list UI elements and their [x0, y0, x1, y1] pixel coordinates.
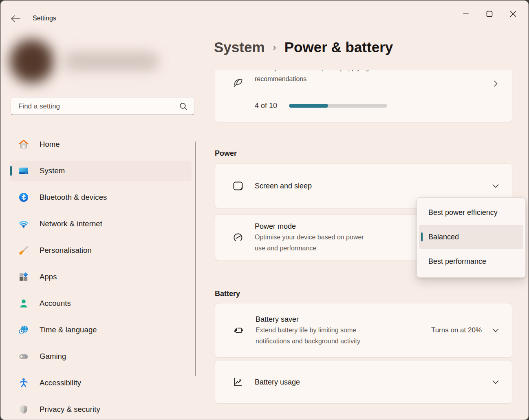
sidebar-item-time-language[interactable]: Time & language: [10, 320, 192, 340]
dropdown-option-best-power-efficiency[interactable]: Best power efficiency: [419, 200, 523, 225]
chevron-down-icon[interactable]: [491, 377, 500, 387]
settings-window: Settings: [0, 0, 529, 420]
screen-sleep-label: Screen and sleep: [255, 181, 312, 191]
privacy-security-icon: [18, 404, 29, 415]
minimize-icon: [461, 9, 471, 19]
energy-text-line2: recommendations: [255, 73, 387, 84]
section-header-battery: Battery: [215, 289, 512, 298]
accounts-icon: [18, 298, 29, 309]
sidebar-item-label: Accessibility: [40, 378, 81, 387]
progress-bar: [289, 104, 387, 108]
sidebar-item-label: Time & language: [40, 325, 97, 334]
avatar: [10, 39, 54, 83]
network-icon: [18, 219, 29, 229]
gaming-icon: [18, 351, 29, 362]
power-mode-icon: [232, 232, 244, 243]
back-button[interactable]: [10, 13, 23, 24]
battery-saver-icon: [232, 324, 245, 336]
sidebar-item-label: Bluetooth & devices: [40, 193, 107, 202]
sidebar-item-label: Network & internet: [40, 219, 102, 228]
user-email-redacted: [69, 55, 159, 68]
battery-usage-card[interactable]: Battery usage: [215, 360, 512, 404]
system-icon: [18, 166, 29, 176]
sidebar-nav: Home System: [10, 134, 192, 420]
page-title: Power & battery: [284, 39, 393, 55]
sidebar-item-label: Accounts: [40, 299, 71, 308]
battery-usage-label: Battery usage: [255, 377, 300, 387]
battery-usage-icon: [232, 376, 244, 388]
battery-saver-card[interactable]: Battery saver Extend battery life by lim…: [215, 303, 512, 358]
dropdown-option-balanced[interactable]: Balanced: [419, 225, 523, 249]
user-profile[interactable]: [8, 38, 159, 86]
close-button[interactable]: [501, 6, 525, 22]
progress-count: 4 of 10: [255, 102, 289, 110]
section-header-power: Power: [215, 148, 512, 158]
breadcrumb-parent[interactable]: System: [214, 39, 265, 55]
sidebar-item-home[interactable]: Home: [10, 134, 192, 155]
maximize-icon: [485, 9, 494, 19]
maximize-button[interactable]: [478, 6, 501, 22]
chevron-down-icon[interactable]: [491, 181, 500, 191]
power-mode-description: Optimise your device based on power use …: [255, 232, 364, 254]
battery-saver-description: Extend battery life by limiting some not…: [256, 325, 360, 347]
chevron-down-icon[interactable]: [491, 325, 500, 335]
sidebar-item-label: Home: [40, 140, 60, 149]
accessibility-icon: [18, 378, 29, 388]
back-arrow-icon: [10, 14, 23, 24]
sidebar-item-label: Personalisation: [40, 246, 92, 255]
energy-recommendations-card[interactable]: Lower your carbon footprint by applying …: [215, 70, 512, 122]
search-box: [11, 97, 194, 115]
sidebar-item-apps[interactable]: Apps: [10, 267, 192, 287]
sidebar-item-personalisation[interactable]: Personalisation: [10, 240, 192, 261]
sidebar-item-bluetooth-devices[interactable]: Bluetooth & devices: [10, 187, 192, 208]
sidebar-item-privacy-security[interactable]: Privacy & security: [10, 399, 192, 420]
power-mode-label: Power mode: [255, 221, 364, 232]
chevron-right-icon[interactable]: [491, 79, 500, 88]
apps-icon: [18, 272, 29, 282]
sidebar-item-system[interactable]: System: [10, 161, 192, 181]
sidebar-item-gaming[interactable]: Gaming: [10, 346, 192, 367]
time-language-icon: [18, 325, 29, 335]
app-title: Settings: [33, 15, 56, 22]
energy-text-line1: Lower your carbon footprint by applying …: [255, 70, 387, 73]
sidebar-item-label: Gaming: [40, 352, 66, 361]
sidebar-item-label: System: [40, 166, 65, 175]
search-icon: [179, 102, 188, 111]
sidebar-scrollbar[interactable]: [195, 141, 196, 376]
power-mode-dropdown: Best power efficiency Balanced Best perf…: [417, 197, 526, 278]
battery-saver-value: Turns on at 20%: [431, 326, 482, 334]
sidebar-item-accessibility[interactable]: Accessibility: [10, 373, 192, 393]
sidebar: Home System: [1, 26, 205, 420]
close-icon: [508, 9, 518, 19]
sidebar-item-network-internet[interactable]: Network & internet: [10, 214, 192, 234]
dropdown-option-best-performance[interactable]: Best performance: [419, 249, 523, 274]
bluetooth-icon: [18, 192, 29, 203]
leaf-icon: [232, 76, 245, 88]
breadcrumb: System › Power & battery: [214, 39, 393, 55]
energy-recommendations-text: Lower your carbon footprint by applying …: [255, 70, 387, 84]
titlebar: Settings: [1, 1, 528, 26]
search-input[interactable]: [18, 97, 178, 115]
home-icon: [18, 139, 29, 150]
battery-saver-label: Battery saver: [256, 314, 360, 325]
sidebar-item-label: Privacy & security: [40, 405, 100, 414]
minimize-button[interactable]: [454, 6, 478, 22]
personalisation-icon: [18, 245, 29, 256]
window-controls: [454, 6, 525, 22]
sidebar-item-accounts[interactable]: Accounts: [10, 293, 192, 314]
screen-sleep-icon: [232, 180, 244, 192]
breadcrumb-separator-icon: ›: [273, 42, 276, 53]
progress-fill: [289, 104, 328, 108]
sidebar-item-label: Apps: [40, 272, 57, 281]
